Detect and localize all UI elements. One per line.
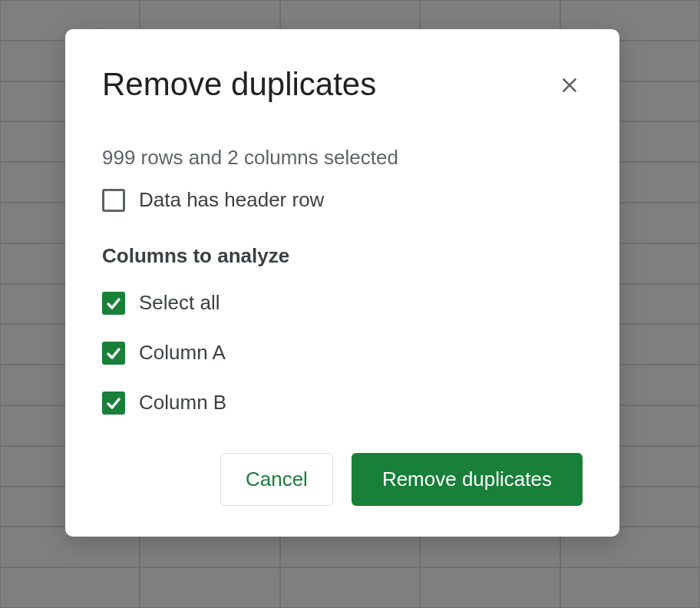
selection-info: 999 rows and 2 columns selected [102,146,583,170]
columns-heading: Columns to analyze [102,244,583,268]
close-icon [560,75,579,97]
column-label: Column A [139,341,226,365]
column-option[interactable]: Column B [102,391,583,415]
dialog-title: Remove duplicates [102,66,376,103]
cancel-button[interactable]: Cancel [220,453,333,506]
close-button[interactable] [556,72,583,101]
header-row-checkbox[interactable] [102,189,125,212]
column-label: Column B [139,391,226,415]
remove-duplicates-button[interactable]: Remove duplicates [352,453,583,506]
header-row-option[interactable]: Data has header row [102,188,583,212]
header-row-label: Data has header row [139,188,324,212]
column-b-checkbox[interactable] [102,392,125,415]
dialog-actions: Cancel Remove duplicates [102,453,583,506]
select-all-checkbox[interactable] [102,292,125,315]
select-all-option[interactable]: Select all [102,291,583,315]
remove-duplicates-dialog: Remove duplicates 999 rows and 2 columns… [65,29,619,537]
select-all-label: Select all [139,291,220,315]
column-option[interactable]: Column A [102,341,583,365]
dialog-header: Remove duplicates [102,66,583,103]
column-a-checkbox[interactable] [102,342,125,365]
